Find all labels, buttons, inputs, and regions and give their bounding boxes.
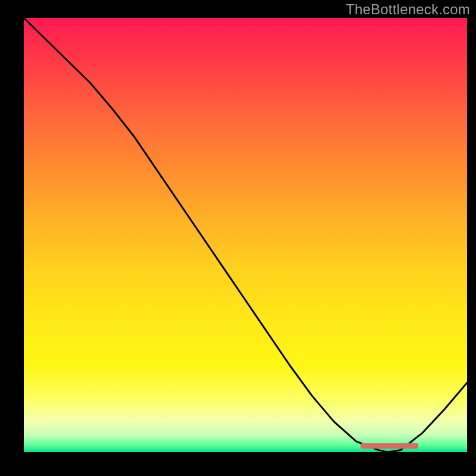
watermark-text: TheBottleneck.com (346, 1, 470, 18)
chart-optimal-marker (361, 443, 418, 449)
chart-plot-area (24, 18, 467, 452)
chart-line-path (24, 18, 467, 452)
chart-line-svg (24, 18, 467, 452)
